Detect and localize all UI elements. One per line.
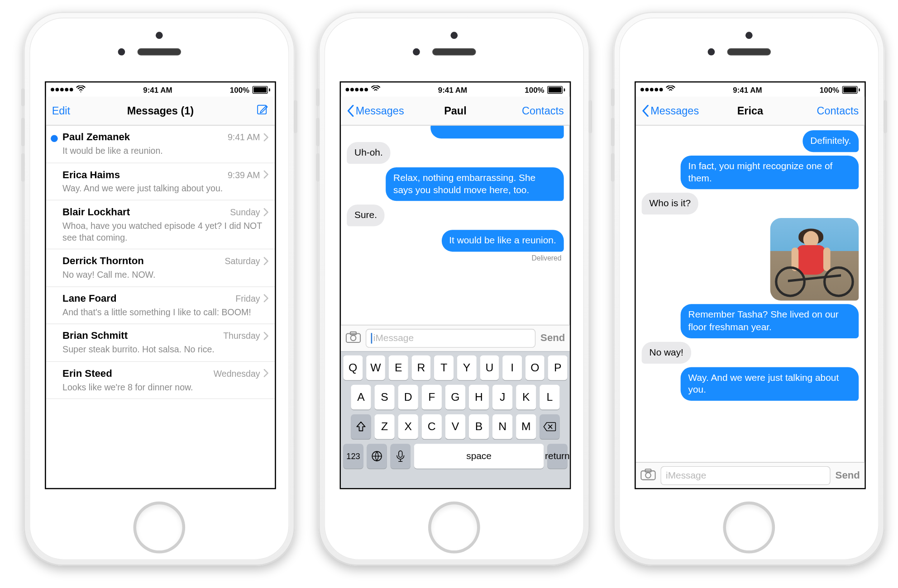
key-j[interactable]: J — [492, 385, 512, 410]
earpiece-speaker — [138, 48, 181, 56]
contact-name: Erica Haims — [62, 169, 120, 180]
message-bubble-received[interactable]: Who is it? — [642, 193, 698, 215]
svg-point-8 — [645, 473, 651, 478]
contact-name: Lane Foard — [62, 293, 116, 304]
key-space[interactable]: space — [414, 444, 544, 469]
key-v[interactable]: V — [445, 414, 465, 439]
key-c[interactable]: C — [422, 414, 442, 439]
message-bubble-sent[interactable]: In fact, you might recognize one of them… — [681, 156, 859, 190]
key-f[interactable]: F — [422, 385, 442, 410]
message-image[interactable] — [770, 218, 859, 300]
key-e[interactable]: E — [389, 356, 408, 380]
message-preview: Super steak burrito. Hot salsa. No rice. — [62, 344, 269, 355]
battery-icon — [547, 86, 565, 94]
key-h[interactable]: H — [469, 385, 489, 410]
back-button[interactable]: Messages — [642, 104, 699, 117]
key-k[interactable]: K — [516, 385, 536, 410]
wifi-icon — [371, 85, 381, 94]
timestamp: Sunday — [230, 207, 269, 217]
conversation-row[interactable]: Brian SchmittThursday Super steak burrit… — [46, 324, 275, 362]
key-d[interactable]: D — [398, 385, 418, 410]
chevron-right-icon — [263, 294, 269, 302]
message-bubble-sent[interactable]: Way. And we were just talking about you. — [681, 367, 859, 401]
message-bubble-sent[interactable]: Definitely. — [802, 130, 859, 152]
timestamp: 9:39 AM — [228, 170, 269, 180]
key-return[interactable]: return — [547, 444, 567, 469]
message-input[interactable]: iMessage — [366, 329, 536, 348]
volume-down-button — [611, 153, 615, 182]
battery-pct: 100% — [230, 85, 249, 94]
key-i[interactable]: I — [502, 356, 521, 380]
key-m[interactable]: M — [516, 414, 536, 439]
key-b[interactable]: B — [469, 414, 489, 439]
key-y[interactable]: Y — [457, 356, 476, 380]
back-button[interactable]: Messages — [347, 104, 404, 117]
message-bubble-sent[interactable]: Relax, nothing embarrassing. She says yo… — [386, 167, 564, 201]
text-caret — [371, 333, 373, 343]
home-button[interactable] — [726, 504, 772, 550]
key-n[interactable]: N — [492, 414, 512, 439]
key-z[interactable]: Z — [374, 414, 394, 439]
chevron-right-icon — [263, 256, 269, 265]
status-bar: 9:41 AM 100% — [636, 82, 865, 96]
key-u[interactable]: U — [480, 356, 499, 380]
home-button[interactable] — [431, 504, 477, 550]
compose-button[interactable] — [256, 103, 269, 119]
key-g[interactable]: G — [445, 385, 465, 410]
send-button[interactable]: Send — [836, 469, 860, 481]
camera-button[interactable] — [346, 331, 361, 345]
key-t[interactable]: T — [435, 356, 454, 380]
key-p[interactable]: P — [548, 356, 567, 380]
compose-toolbar: iMessage Send — [341, 325, 570, 351]
conversation-row[interactable]: Erin SteedWednesday Looks like we're 8 f… — [46, 361, 275, 399]
message-bubble-received[interactable]: No way! — [642, 341, 691, 363]
key-w[interactable]: W — [366, 356, 385, 380]
nav-bar: Messages Erica Contacts — [636, 97, 865, 126]
shift-icon — [356, 422, 366, 432]
message-preview: Whoa, have you watched episode 4 yet? I … — [62, 220, 269, 243]
key-mic[interactable] — [391, 444, 411, 469]
key-delete[interactable] — [540, 414, 559, 439]
camera-button[interactable] — [640, 469, 656, 483]
message-list[interactable]: Definitely.In fact, you might recognize … — [636, 126, 865, 462]
key-mode[interactable]: 123 — [343, 444, 363, 469]
timestamp: Thursday — [223, 331, 269, 341]
key-globe[interactable] — [367, 444, 387, 469]
power-button — [294, 100, 297, 133]
timestamp: Saturday — [224, 256, 269, 266]
conversation-row[interactable]: Paul Zemanek9:41 AM It would be like a r… — [46, 126, 275, 163]
wifi-icon — [666, 85, 675, 94]
key-shift[interactable] — [351, 414, 371, 439]
conversation-row[interactable]: Lane FoardFriday And that's a little som… — [46, 287, 275, 324]
key-s[interactable]: S — [374, 385, 394, 410]
home-button[interactable] — [136, 504, 182, 550]
battery-pct: 100% — [820, 85, 839, 94]
key-x[interactable]: X — [398, 414, 418, 439]
chat-area: Uh-oh.Relax, nothing embarrassing. She s… — [341, 126, 570, 489]
power-button — [884, 100, 887, 133]
conversation-list[interactable]: Paul Zemanek9:41 AM It would be like a r… — [46, 126, 275, 489]
contacts-button[interactable]: Contacts — [522, 104, 564, 117]
message-bubble-received[interactable]: Sure. — [347, 205, 385, 227]
front-camera — [450, 32, 458, 39]
key-l[interactable]: L — [540, 385, 559, 410]
message-list[interactable]: Uh-oh.Relax, nothing embarrassing. She s… — [341, 126, 570, 325]
send-button[interactable]: Send — [540, 332, 565, 344]
key-a[interactable]: A — [351, 385, 371, 410]
key-r[interactable]: R — [411, 356, 430, 380]
contacts-button[interactable]: Contacts — [817, 104, 859, 117]
power-button — [588, 100, 592, 133]
key-q[interactable]: Q — [343, 356, 362, 380]
earpiece-speaker — [432, 48, 476, 56]
message-bubble-sent[interactable]: It would be like a reunion. — [441, 230, 564, 251]
input-placeholder: iMessage — [666, 470, 706, 481]
message-bubble-received[interactable]: Uh-oh. — [347, 142, 390, 164]
conversation-row[interactable]: Erica Haims9:39 AM Way. And we were just… — [46, 163, 275, 200]
key-o[interactable]: O — [525, 356, 545, 380]
message-input[interactable]: iMessage — [660, 466, 831, 485]
message-bubble-sent[interactable]: Remember Tasha? She lived on our floor f… — [681, 304, 859, 338]
conversation-row[interactable]: Blair LockhartSunday Whoa, have you watc… — [46, 200, 275, 249]
message-bubble-sent[interactable] — [430, 126, 564, 139]
edit-button[interactable]: Edit — [52, 104, 70, 117]
conversation-row[interactable]: Derrick ThorntonSaturday No way! Call me… — [46, 249, 275, 287]
